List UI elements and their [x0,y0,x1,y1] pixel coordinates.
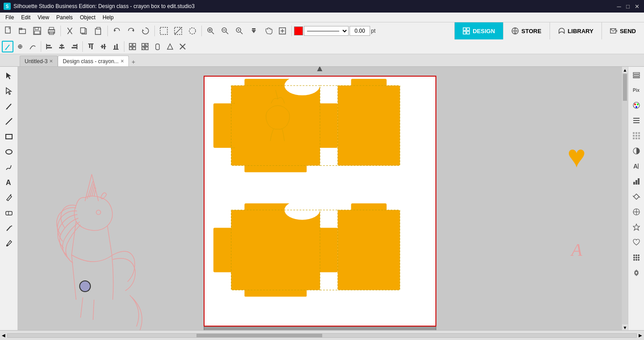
scroll-track[interactable] [622,73,628,324]
warp-icon [632,208,640,216]
weld-button[interactable] [164,41,176,52]
scroll-up-arrow[interactable]: ▲ [622,67,628,73]
align-top-button[interactable] [85,41,97,52]
select-tool[interactable] [2,69,16,83]
canvas-area[interactable]: ▲ [18,67,622,331]
menu-view[interactable]: View [34,13,53,22]
warp-panel-btn[interactable] [630,206,643,218]
layers-panel-btn[interactable] [630,69,643,81]
text-style-panel-btn[interactable]: A [630,160,643,172]
redo-button[interactable] [124,24,138,38]
menu-file[interactable]: File [2,13,17,22]
delete-button[interactable] [177,41,188,52]
select-all-button[interactable] [157,24,171,38]
tab-add-button[interactable]: + [129,57,138,66]
transform-icon [632,193,640,201]
svg-rect-79 [145,47,148,50]
menu-object[interactable]: Object [77,13,99,22]
zoom-in-button[interactable] [204,24,218,38]
copy-button[interactable] [77,24,91,38]
zoom-out-button[interactable] [218,24,232,38]
menu-edit[interactable]: Edit [17,13,34,22]
dots-panel-btn[interactable] [630,251,643,264]
gear-panel-btn[interactable] [630,267,643,279]
svg-line-154 [633,196,634,197]
align-left-button[interactable] [43,41,55,52]
menu-panels[interactable]: Panels [53,13,77,22]
library-button[interactable]: LIBRARY [550,22,601,39]
draw-pen-button[interactable] [2,41,13,52]
transform-panel-btn[interactable] [630,190,643,203]
text-tool[interactable]: A [2,175,16,189]
heart-panel-btn[interactable] [630,236,643,249]
paste-button[interactable] [92,24,105,38]
stroke-panel-btn[interactable] [630,114,643,127]
paint-tool[interactable] [2,190,16,205]
line-style-select[interactable]: —————— [304,26,349,36]
tab-untitled-close[interactable]: ✕ [49,59,53,64]
ungroup-button[interactable] [139,41,151,52]
pencil-tool[interactable] [2,99,16,113]
align-right-button[interactable] [68,41,80,52]
hand-tool-button[interactable] [261,24,275,38]
tab-design-class[interactable]: Design class - crayon... ✕ [58,56,129,66]
tab-untitled[interactable]: Untitled-3 ✕ [20,56,58,66]
smooth-node-button[interactable] [27,41,38,52]
align-center-v-button[interactable] [98,41,109,52]
add-page-button[interactable] [276,24,289,38]
deselect-button[interactable] [171,24,185,38]
ellipse-tool[interactable] [2,145,16,159]
refresh-button[interactable] [139,24,152,38]
pencil2-tool[interactable] [2,160,16,174]
titlebar-controls[interactable]: ─ □ ✕ [615,3,640,10]
group-button[interactable] [127,41,138,52]
menu-help[interactable]: Help [99,13,117,22]
line-tool[interactable] [2,114,16,129]
scroll-down-arrow[interactable]: ▼ [622,324,628,331]
pattern-panel-btn[interactable] [630,129,643,142]
scroll-left-arrow[interactable]: ◀ [2,333,5,338]
svg-rect-139 [633,132,635,134]
star-panel-btn[interactable] [630,221,643,233]
add-node-button[interactable] [14,41,26,52]
svg-line-95 [7,226,11,231]
align-bottom-button[interactable] [110,41,122,52]
select-points-button[interactable] [186,24,199,38]
print-button[interactable] [45,24,58,38]
horizontal-scroll-thumb[interactable] [196,334,322,337]
pix-panel-btn[interactable]: Pix [630,84,643,96]
send-button[interactable]: SEND [601,22,644,39]
node-edit-tool[interactable] [2,84,16,98]
align-center-h-button[interactable] [56,41,68,52]
chart-panel-btn[interactable] [630,175,643,188]
tab-design-close[interactable]: ✕ [120,59,124,64]
stroke-color-swatch[interactable] [294,26,303,35]
maximize-button[interactable]: □ [624,3,631,10]
new-button[interactable] [2,24,15,38]
horizontal-scroll-track[interactable] [7,333,637,338]
palette-panel-btn[interactable] [630,99,643,112]
design-button[interactable]: DESIGN [454,22,503,39]
text-a-element: A [571,239,582,260]
close-button[interactable]: ✕ [633,3,640,10]
scroll-thumb[interactable] [623,74,627,101]
minimize-button[interactable]: ─ [615,3,623,10]
store-button[interactable]: STORE [503,22,550,39]
eraser-tool[interactable] [2,206,16,220]
cut-button[interactable] [63,24,77,38]
brush-tool[interactable] [2,221,16,235]
scroll-right-arrow[interactable]: ▶ [639,333,642,338]
save-button[interactable] [30,24,44,38]
scrollbar-right[interactable]: ▲ ▼ [622,67,628,331]
svg-rect-16 [97,27,100,29]
eyedropper-tool[interactable] [2,236,16,250]
contrast-panel-btn[interactable] [630,145,643,157]
undo-button[interactable] [110,24,124,38]
rectangle-tool[interactable] [2,129,16,144]
open-button[interactable] [16,24,30,38]
attach-button[interactable] [152,41,163,52]
svg-rect-130 [633,75,640,76]
pan-down-button[interactable] [247,24,260,38]
line-width-input[interactable] [350,26,370,36]
zoom-fit-button[interactable] [233,24,246,38]
